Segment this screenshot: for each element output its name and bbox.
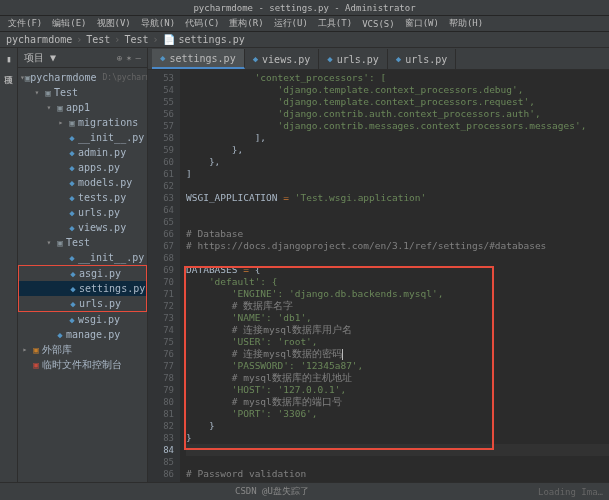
menu-item[interactable]: 视图(V) — [93, 17, 135, 30]
menu-item[interactable]: 重构(R) — [225, 17, 267, 30]
editor-tabs: ◆settings.py ◆views.py ◆urls.py ◆urls.py — [148, 48, 609, 70]
code[interactable]: 'context_processors': [ 'django.template… — [180, 70, 609, 484]
tab-settings[interactable]: ◆settings.py — [152, 49, 245, 69]
left-tool-column: ▮ 项目 — [0, 48, 18, 500]
tree-file[interactable]: ◆apps.py — [18, 160, 147, 175]
tree-file[interactable]: ◆admin.py — [18, 145, 147, 160]
tree-file[interactable]: ◆urls.py — [19, 296, 146, 311]
crumb[interactable]: settings.py — [179, 34, 245, 45]
window-title: pycharmdome - settings.py - Administrato… — [0, 0, 609, 16]
tree-folder[interactable]: ▾▣Test — [18, 85, 147, 100]
breadcrumb: pycharmdome› Test› Test› 📄settings.py — [0, 32, 609, 48]
project-tool-tab[interactable]: ▮ 项目 — [0, 50, 17, 73]
tree-file[interactable]: ◆__init__.py — [18, 250, 147, 265]
tree-file[interactable]: ◆manage.py — [18, 327, 147, 342]
tree-folder[interactable]: ▾▣app1 — [18, 100, 147, 115]
menu-item[interactable]: 帮助(H) — [445, 17, 487, 30]
tree-file[interactable]: ◆tests.py — [18, 190, 147, 205]
tree-folder[interactable]: ▾▣Test — [18, 235, 147, 250]
tree-ext-libs[interactable]: ▸▣外部库 — [18, 342, 147, 357]
tree-file[interactable]: ◆__init__.py — [18, 130, 147, 145]
code-area[interactable]: 5354555657585960616263646566676869707172… — [148, 70, 609, 484]
crumb[interactable]: Test — [86, 34, 110, 45]
menu-item[interactable]: 文件(F) — [4, 17, 46, 30]
tab-urls2[interactable]: ◆urls.py — [388, 49, 457, 69]
tree-file[interactable]: ◆wsgi.py — [18, 312, 147, 327]
hide-icon[interactable]: — — [136, 53, 141, 63]
tree-file[interactable]: ◆asgi.py — [19, 266, 146, 281]
gear-icon[interactable]: ✶ — [126, 53, 131, 63]
menu-bar: 文件(F)编辑(E)视图(V)导航(N)代码(C)重构(R)运行(U)工具(T)… — [0, 16, 609, 32]
menu-item[interactable]: 工具(T) — [314, 17, 356, 30]
tree-scratches[interactable]: ▣临时文件和控制台 — [18, 357, 147, 372]
crumb[interactable]: Test — [124, 34, 148, 45]
menu-item[interactable]: 编辑(E) — [48, 17, 90, 30]
status-bar: CSDN @U盘失踪了Loading Ima… — [0, 482, 609, 500]
menu-item[interactable]: 代码(C) — [181, 17, 223, 30]
menu-item[interactable]: VCS(S) — [358, 19, 399, 29]
tab-urls1[interactable]: ◆urls.py — [319, 49, 388, 69]
menu-item[interactable]: 导航(N) — [137, 17, 179, 30]
collapse-icon[interactable]: ⊕ — [117, 53, 122, 63]
tree-file[interactable]: ◆urls.py — [18, 205, 147, 220]
tree-folder[interactable]: ▸▣migrations — [18, 115, 147, 130]
tree-file[interactable]: ◆models.py — [18, 175, 147, 190]
tree-root[interactable]: ▾▣pycharmdome D:\pycharmdome — [18, 70, 147, 85]
gutter: 5354555657585960616263646566676869707172… — [148, 70, 180, 484]
project-panel: 项目 ▼ ⊕ ✶ — ▾▣pycharmdome D:\pycharmdome … — [18, 48, 148, 500]
menu-item[interactable]: 窗口(W) — [401, 17, 443, 30]
menu-item[interactable]: 运行(U) — [270, 17, 312, 30]
project-header: 项目 ▼ ⊕ ✶ — — [18, 48, 147, 68]
project-label[interactable]: 项目 ▼ — [24, 51, 56, 65]
tree-file-selected[interactable]: ◆settings.py — [19, 281, 146, 296]
editor-pane: ◆settings.py ◆views.py ◆urls.py ◆urls.py… — [148, 48, 609, 500]
tree-file[interactable]: ◆views.py — [18, 220, 147, 235]
tab-views[interactable]: ◆views.py — [245, 49, 320, 69]
project-tree: ▾▣pycharmdome D:\pycharmdome ▾▣Test ▾▣ap… — [18, 68, 147, 500]
crumb[interactable]: pycharmdome — [6, 34, 72, 45]
